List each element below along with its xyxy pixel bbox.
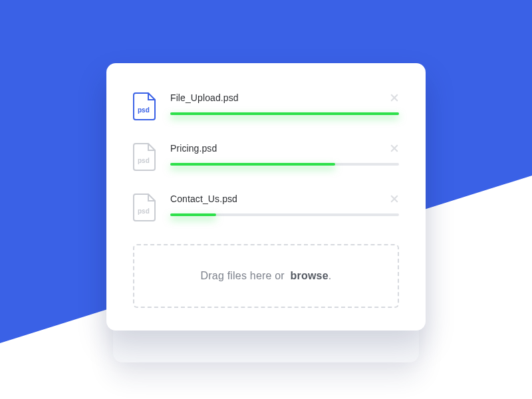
upload-card: psd File_Upload.psd psd <box>106 63 426 331</box>
file-name-label: Contact_Us.psd <box>170 194 237 204</box>
svg-text:psd: psd <box>138 157 150 164</box>
file-psd-icon: psd <box>133 92 156 120</box>
upload-progress <box>170 112 399 115</box>
upload-item: psd Contact_Us.psd <box>133 194 399 221</box>
file-psd-icon: psd <box>133 194 156 221</box>
remove-file-button[interactable] <box>390 93 399 102</box>
remove-file-button[interactable] <box>390 194 399 203</box>
file-name-label: File_Upload.psd <box>170 92 239 103</box>
svg-text:psd: psd <box>138 106 150 114</box>
upload-progress-fill <box>170 213 216 216</box>
upload-progress <box>170 163 399 166</box>
upload-item: psd Pricing.psd <box>133 143 399 171</box>
file-psd-icon: psd <box>133 143 156 171</box>
upload-progress-fill <box>170 112 399 115</box>
file-name-label: Pricing.psd <box>170 143 217 154</box>
dropzone[interactable]: Drag files here or browse. <box>133 244 399 308</box>
remove-file-button[interactable] <box>390 144 399 153</box>
upload-item: psd File_Upload.psd <box>133 92 399 120</box>
upload-progress-fill <box>170 163 335 166</box>
svg-text:psd: psd <box>138 207 150 215</box>
dropzone-text: Drag files here or browse. <box>201 270 332 282</box>
browse-link[interactable]: browse <box>291 270 329 281</box>
upload-progress <box>170 213 399 216</box>
